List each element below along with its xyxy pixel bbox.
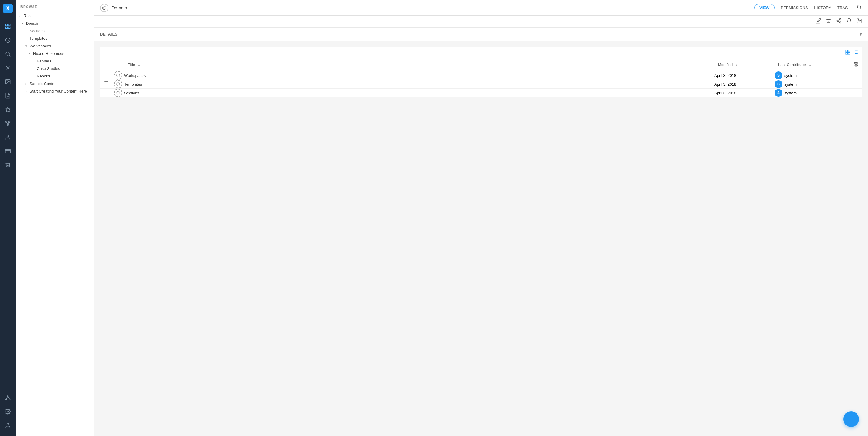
svg-rect-2 [6, 27, 7, 29]
sidebar-item-root[interactable]: ‹ Root [16, 12, 94, 20]
row-checkbox-cell [100, 71, 112, 80]
sidebar-item-sections[interactable]: Sections [16, 27, 94, 35]
svg-point-36 [839, 22, 841, 23]
svg-rect-43 [848, 53, 850, 54]
row-modified: April 3, 2018 [714, 82, 736, 87]
row-title: Sections [124, 91, 139, 95]
start-toggle-icon: › [25, 90, 30, 93]
delete-icon[interactable] [826, 18, 831, 25]
row-title-cell[interactable]: Workspaces [124, 71, 714, 80]
svg-line-33 [860, 8, 861, 9]
list-view-icon[interactable] [853, 50, 858, 56]
tab-trash[interactable]: TRASH [837, 4, 850, 11]
svg-point-23 [7, 396, 8, 397]
nav-network-icon[interactable] [2, 392, 13, 403]
notification-icon[interactable] [846, 18, 852, 25]
sidebar: BROWSE ‹ Root ▾ Domain Sections Template… [16, 0, 94, 436]
sidebar-item-reports[interactable]: Reports [16, 72, 94, 80]
topbar-search-icon[interactable] [857, 4, 862, 11]
folder-icon [114, 89, 122, 97]
nav-image-icon[interactable] [2, 76, 13, 87]
sidebar-item-sample-content[interactable]: › Sample Content [16, 80, 94, 87]
row-title-cell[interactable]: Sections [124, 89, 714, 97]
nav-profile-icon[interactable] [2, 420, 13, 431]
svg-point-25 [9, 399, 10, 400]
grid-view-icon[interactable] [845, 50, 850, 56]
fab-button[interactable]: + [843, 411, 859, 427]
details-label: DETAILS [100, 32, 118, 36]
start-creating-label: Start Creating Your Content Here [30, 89, 91, 93]
table-toolbar [100, 47, 862, 59]
export-icon[interactable] [857, 18, 862, 25]
nav-star-icon[interactable] [2, 104, 13, 115]
row-checkbox-cell [100, 89, 112, 97]
row-checkbox[interactable] [104, 90, 108, 95]
tab-permissions[interactable]: PERMISSIONS [781, 4, 808, 11]
svg-point-35 [837, 20, 838, 22]
reports-label: Reports [37, 74, 91, 78]
nav-workflow-icon[interactable] [2, 118, 13, 129]
content-area: Title ▲ Modified ▲ Last Contributor ▲ [94, 41, 868, 436]
svg-rect-41 [848, 50, 850, 52]
nav-document-icon[interactable] [2, 90, 13, 101]
app-logo[interactable]: X [3, 4, 13, 13]
row-modified: April 3, 2018 [714, 73, 736, 78]
details-bar[interactable]: DETAILS ▾ [94, 28, 868, 41]
nav-home-icon[interactable] [2, 21, 13, 32]
svg-line-18 [7, 122, 8, 124]
sidebar-item-banners[interactable]: Banners [16, 57, 94, 65]
title-header[interactable]: Title ▲ [124, 59, 714, 71]
svg-rect-1 [8, 24, 10, 26]
edit-icon[interactable] [815, 18, 821, 25]
svg-point-20 [7, 135, 9, 137]
table-row: Sections April 3, 2018 S system [100, 89, 862, 97]
sidebar-item-workspaces[interactable]: ▾ Workspaces [16, 42, 94, 50]
title-sort-icon: ▲ [137, 63, 141, 67]
nav-trash-icon[interactable] [2, 159, 13, 171]
row-title-cell[interactable]: Templates [124, 80, 714, 89]
workspaces-toggle-icon: ▾ [25, 44, 30, 48]
row-title: Templates [124, 82, 142, 87]
domain-icon [100, 4, 108, 12]
svg-point-24 [6, 399, 7, 400]
share-icon[interactable] [836, 18, 841, 25]
row-checkbox[interactable] [104, 73, 108, 78]
tab-view[interactable]: VIEW [754, 4, 775, 11]
sidebar-item-case-studies[interactable]: Case Studies [16, 65, 94, 72]
nav-search-icon[interactable] [2, 48, 13, 60]
svg-rect-0 [6, 24, 7, 26]
contributor-avatar: S [775, 89, 782, 97]
row-title: Workspaces [124, 73, 146, 78]
sidebar-item-domain[interactable]: ▾ Domain [16, 20, 94, 27]
topbar: Domain VIEW PERMISSIONS HISTORY TRASH [94, 0, 868, 16]
sidebar-item-start-creating[interactable]: › Start Creating Your Content Here [16, 87, 94, 95]
nuxeo-resources-label: Nuxeo Resources [33, 51, 91, 56]
tab-history[interactable]: HISTORY [814, 4, 831, 11]
sidebar-item-templates[interactable]: Templates [16, 35, 94, 42]
nav-close-icon[interactable] [2, 62, 13, 74]
nav-admin-icon[interactable] [2, 132, 13, 143]
row-checkbox-cell [100, 80, 112, 89]
row-actions-cell [850, 80, 862, 89]
column-settings-icon[interactable] [850, 59, 862, 71]
nav-settings-icon[interactable] [2, 406, 13, 417]
svg-line-19 [8, 122, 9, 124]
svg-line-38 [838, 20, 839, 21]
contributor-info: S system [775, 71, 850, 79]
sidebar-item-nuxeo-resources[interactable]: ▾ Nuxeo Resources [16, 50, 94, 57]
contributor-avatar: S [775, 71, 782, 79]
row-checkbox[interactable] [104, 81, 108, 86]
contributor-avatar: S [775, 80, 782, 88]
table-row: Workspaces April 3, 2018 S system [100, 71, 862, 80]
page-title: Domain [112, 5, 754, 10]
nuxeo-toggle-icon: ▾ [29, 52, 33, 56]
contributor-header[interactable]: Last Contributor ▲ [775, 59, 850, 71]
nav-recent-icon[interactable] [2, 34, 13, 46]
select-all-header [100, 59, 112, 71]
svg-rect-21 [5, 149, 10, 153]
svg-point-34 [839, 19, 841, 20]
svg-point-29 [7, 423, 9, 426]
nav-id-icon[interactable] [2, 145, 13, 157]
modified-header[interactable]: Modified ▲ [714, 59, 775, 71]
sections-label: Sections [30, 29, 91, 33]
